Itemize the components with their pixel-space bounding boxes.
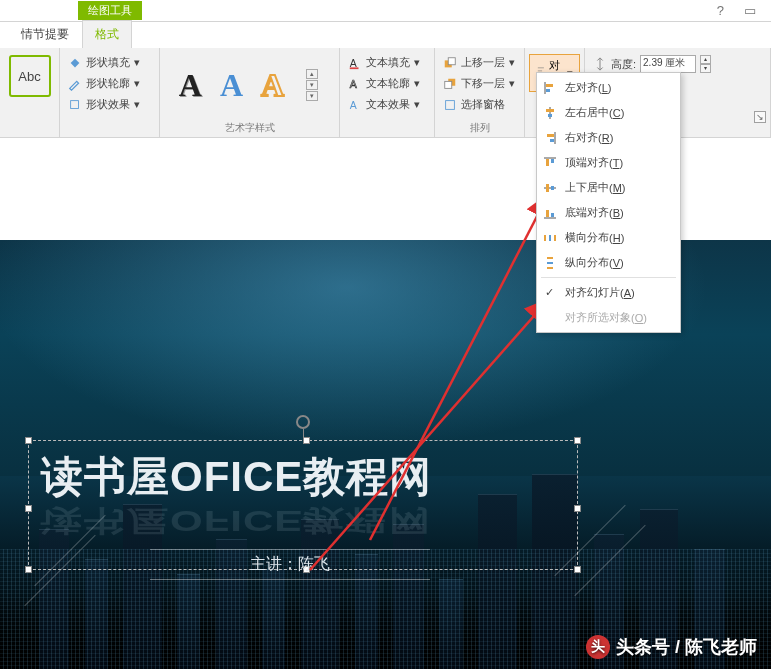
paint-bucket-icon: [68, 56, 82, 70]
align-right-icon: [543, 131, 557, 145]
gallery-more-icon[interactable]: ▾: [306, 91, 318, 101]
align-left-item[interactable]: 左对齐(L): [537, 75, 680, 100]
svg-rect-17: [546, 109, 554, 112]
distribute-v-icon: [543, 256, 557, 270]
svg-rect-9: [446, 100, 455, 109]
shape-fill-button[interactable]: 形状填充 ▾: [66, 52, 153, 73]
svg-rect-32: [549, 235, 551, 241]
wordart-group-label: 艺术字样式: [166, 118, 333, 135]
effects-icon: [68, 98, 82, 112]
wordart-preset-2[interactable]: A: [220, 67, 243, 104]
presenter-name: 陈飞: [298, 555, 330, 572]
group-wordart: A A A ▴ ▾ ▾ 艺术字样式: [160, 48, 340, 137]
align-center-h-item[interactable]: 左右居中(C): [537, 100, 680, 125]
tab-format[interactable]: 格式: [82, 20, 132, 48]
resize-handle[interactable]: [574, 437, 581, 444]
distribute-v-item[interactable]: 纵向分布(V): [537, 250, 680, 275]
slide-title-reflection: 读书屋OFICE教程网: [29, 501, 577, 540]
align-center-h-icon: [543, 106, 557, 120]
svg-rect-2: [350, 67, 359, 69]
text-outline-icon: A: [348, 77, 362, 91]
pen-icon: [68, 77, 82, 91]
toutiao-icon: 头: [586, 635, 610, 659]
svg-rect-23: [546, 159, 549, 166]
group-shape-format: 形状填充 ▾ 形状轮廓 ▾ 形状效果 ▾: [60, 48, 160, 137]
bring-forward-button[interactable]: 上移一层 ▾: [441, 52, 518, 73]
svg-rect-26: [546, 184, 549, 192]
send-backward-button[interactable]: 下移一层 ▾: [441, 73, 518, 94]
subtitle-box[interactable]: 主讲：陈飞: [150, 545, 430, 584]
height-input[interactable]: 2.39 厘米: [640, 55, 696, 73]
spin-down-icon[interactable]: ▾: [700, 64, 711, 73]
watermark: 头 头条号 / 陈飞老师: [586, 635, 757, 659]
group-text-format: A 文本填充 ▾ A 文本轮廓 ▾ A 文本效果 ▾: [340, 48, 435, 137]
svg-rect-36: [547, 267, 553, 269]
shape-effects-button[interactable]: 形状效果 ▾: [66, 94, 153, 115]
svg-rect-24: [551, 159, 554, 163]
align-bottom-item[interactable]: 底端对齐(B): [537, 200, 680, 225]
align-right-item[interactable]: 右对齐(R): [537, 125, 680, 150]
svg-text:A: A: [350, 98, 357, 110]
titlebar: 绘图工具 ? ▭: [0, 0, 771, 22]
svg-rect-33: [554, 235, 556, 241]
ribbon-collapse-icon[interactable]: ▭: [744, 3, 756, 18]
ribbon-tabs: 情节提要 格式: [0, 22, 771, 48]
resize-handle[interactable]: [574, 566, 581, 573]
text-effects-icon: A: [348, 98, 362, 112]
text-effects-button[interactable]: A 文本效果 ▾: [346, 94, 428, 115]
svg-text:A: A: [350, 56, 357, 68]
wordart-preset-3[interactable]: A: [261, 67, 284, 104]
shape-style-preset[interactable]: Abc: [9, 55, 51, 97]
align-middle-v-item[interactable]: 上下居中(M): [537, 175, 680, 200]
align-top-icon: [543, 156, 557, 170]
svg-rect-0: [71, 100, 79, 108]
gallery-scroll: ▴ ▾ ▾: [306, 69, 320, 101]
align-top-item[interactable]: 顶端对齐(T): [537, 150, 680, 175]
text-fill-button[interactable]: A 文本填充 ▾: [346, 52, 428, 73]
svg-rect-35: [547, 262, 553, 264]
text-outline-button[interactable]: A 文本轮廓 ▾: [346, 73, 428, 94]
align-middle-v-icon: [543, 181, 557, 195]
bring-forward-icon: [443, 56, 457, 70]
align-bottom-icon: [543, 206, 557, 220]
align-left-icon: [543, 81, 557, 95]
check-icon: ✓: [545, 286, 554, 299]
svg-rect-34: [547, 257, 553, 259]
shape-outline-button[interactable]: 形状轮廓 ▾: [66, 73, 153, 94]
distribute-h-item[interactable]: 横向分布(H): [537, 225, 680, 250]
align-to-selected-item: 对齐所选对象(O): [537, 305, 680, 330]
svg-rect-31: [544, 235, 546, 241]
dialog-launcher-icon[interactable]: ↘: [754, 111, 766, 123]
arrange-group-label: 排列: [441, 118, 518, 135]
svg-rect-14: [546, 84, 553, 87]
tab-storyboard[interactable]: 情节提要: [8, 20, 82, 48]
align-to-slide-item[interactable]: ✓ 对齐幻灯片(A): [537, 280, 680, 305]
spin-up-icon[interactable]: ▴: [700, 55, 711, 64]
svg-text:A: A: [350, 77, 357, 89]
group-arrange: 上移一层 ▾ 下移一层 ▾ 选择窗格 排列: [435, 48, 525, 137]
svg-rect-21: [550, 139, 554, 142]
rotate-handle-icon[interactable]: [296, 415, 310, 429]
gallery-down-icon[interactable]: ▾: [306, 80, 318, 90]
selection-pane-icon: [443, 98, 457, 112]
presenter-label: 主讲：: [250, 555, 298, 572]
svg-rect-6: [448, 57, 455, 64]
resize-handle[interactable]: [303, 437, 310, 444]
gallery-up-icon[interactable]: ▴: [306, 69, 318, 79]
resize-handle[interactable]: [25, 437, 32, 444]
distribute-h-icon: [543, 231, 557, 245]
svg-rect-15: [546, 89, 550, 92]
help-icon[interactable]: ?: [717, 3, 724, 18]
resize-handle[interactable]: [25, 566, 32, 573]
contextual-tab-label: 绘图工具: [78, 1, 142, 20]
wordart-preset-1[interactable]: A: [179, 67, 202, 104]
height-spinner: ▴ ▾: [700, 55, 711, 73]
text-fill-icon: A: [348, 56, 362, 70]
menu-separator: [541, 277, 676, 278]
watermark-text: 头条号 / 陈飞老师: [616, 635, 757, 659]
svg-rect-8: [445, 81, 452, 88]
selection-pane-button[interactable]: 选择窗格: [441, 94, 518, 115]
align-dropdown: 左对齐(L) 左右居中(C) 右对齐(R) 顶端对齐(T) 上下居中(M) 底端…: [536, 72, 681, 333]
svg-rect-30: [551, 213, 554, 217]
group-shape-styles: Abc: [0, 48, 60, 137]
